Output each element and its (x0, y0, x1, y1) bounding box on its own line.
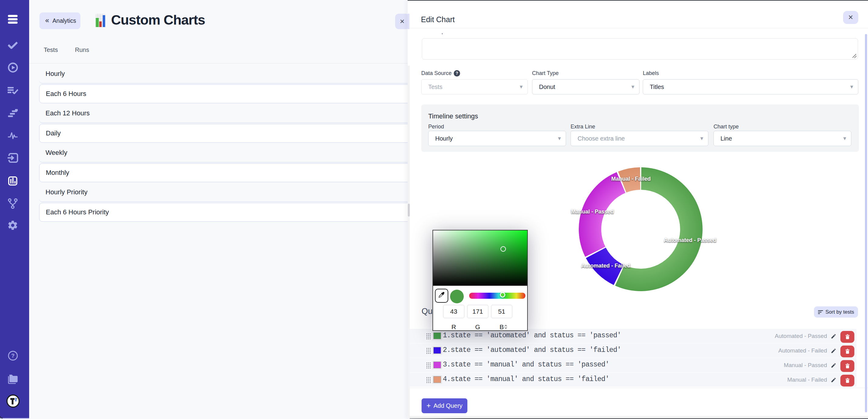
svg-text:?: ? (11, 353, 14, 359)
